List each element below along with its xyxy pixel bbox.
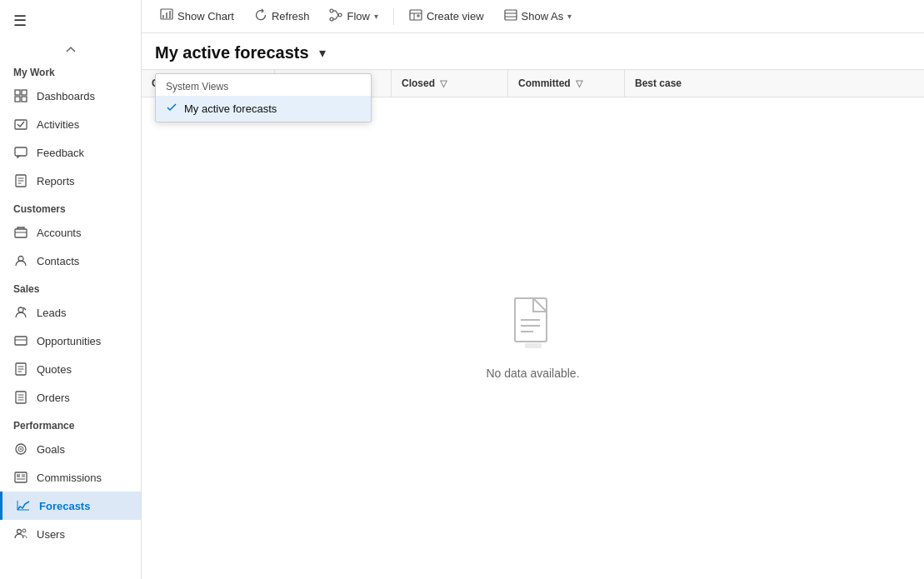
page-title: My active forecasts [155,43,309,62]
accounts-icon [13,225,28,240]
sidebar-activities-label: Activities [37,118,79,131]
toolbar-separator-1 [393,8,394,25]
svg-line-45 [336,11,338,15]
show-chart-button[interactable]: Show Chart [152,4,242,28]
col-header-committed[interactable]: Committed ▽ [508,70,625,97]
create-view-label: Create view [427,10,484,22]
sidebar-opportunities-label: Opportunities [37,335,101,347]
sidebar-item-goals[interactable]: Goals [0,435,141,463]
sidebar-item-accounts[interactable]: Accounts [0,218,141,247]
sidebar-item-activities[interactable]: Activities [0,110,141,138]
grid-icon [13,88,28,103]
dropdown-item-label: My active forecasts [184,102,277,115]
sidebar-leads-label: Leads [37,307,66,319]
svg-point-13 [18,307,23,312]
svg-rect-38 [162,15,164,18]
flow-button[interactable]: Flow ▾ [321,4,386,28]
col-header-closed[interactable]: Closed ▽ [392,70,508,97]
sidebar-dashboards-label: Dashboards [37,90,95,102]
sidebar-item-opportunities[interactable]: Opportunities [0,327,141,355]
svg-rect-2 [15,97,20,102]
feedback-icon [13,145,28,160]
orders-icon [13,390,28,405]
opportunities-icon [13,333,28,348]
content-header: My active forecasts ▾ [142,33,924,69]
sidebar-item-quotes[interactable]: Quotes [0,355,141,383]
sidebar-forecasts-label: Forecasts [39,500,90,512]
col-header-best-case[interactable]: Best case [625,70,924,97]
col-closed-label: Closed [402,77,435,89]
users-icon [13,527,28,542]
flow-label: Flow [347,10,369,22]
sidebar-item-reports[interactable]: Reports [0,167,141,195]
sidebar-feedback-label: Feedback [37,147,84,159]
sidebar-contacts-label: Contacts [37,255,79,267]
svg-rect-60 [525,343,542,348]
sidebar: ☰ My Work Dashboards Activities [0,0,142,579]
sidebar-accounts-label: Accounts [37,227,81,239]
refresh-button[interactable]: Refresh [246,4,318,28]
content-area: My active forecasts ▾ System Views My ac… [142,33,924,579]
section-performance: Performance [0,412,141,435]
create-view-button[interactable]: Create view [401,4,492,28]
sidebar-users-label: Users [37,528,65,541]
sidebar-item-dashboards[interactable]: Dashboards [0,82,141,110]
refresh-label: Refresh [272,10,310,22]
refresh-icon [254,8,267,24]
svg-rect-4 [15,120,27,129]
svg-rect-5 [15,147,27,156]
section-my-work: My Work [0,58,141,82]
svg-rect-29 [17,474,20,477]
sidebar-goals-label: Goals [37,443,65,456]
sidebar-item-feedback[interactable]: Feedback [0,138,141,167]
sidebar-reports-label: Reports [37,175,75,187]
sidebar-item-commissions[interactable]: Commissions [0,463,141,492]
sidebar-scroll-up[interactable] [0,42,141,58]
no-data-document-icon [508,297,558,355]
col-closed-filter-icon[interactable]: ▽ [440,78,447,89]
title-dropdown-button[interactable]: ▾ [316,43,329,62]
svg-rect-53 [505,10,517,20]
commissions-icon [13,470,28,485]
svg-rect-3 [22,97,27,102]
section-sales: Sales [0,275,141,298]
dropdown-section-label: System Views [156,74,371,96]
sidebar-item-contacts[interactable]: Contacts [0,247,141,275]
col-committed-label: Committed [518,77,571,89]
svg-point-36 [22,529,26,532]
col-bestcase-label: Best case [635,77,682,89]
svg-point-27 [20,448,22,450]
create-view-icon [409,8,422,24]
flow-chevron-icon: ▾ [374,12,378,21]
goals-icon [13,442,28,457]
sidebar-item-users[interactable]: Users [0,520,141,548]
dropdown-item-icon [166,102,177,116]
hamburger-icon[interactable]: ☰ [0,0,141,42]
svg-point-35 [17,530,22,534]
show-as-icon [504,8,517,24]
sidebar-item-leads[interactable]: Leads [0,298,141,327]
sidebar-quotes-label: Quotes [37,363,72,376]
show-as-button[interactable]: Show As ▾ [496,4,581,28]
svg-rect-0 [15,90,20,95]
forecasts-icon [16,498,31,513]
view-dropdown: System Views My active forecasts [155,73,372,122]
show-chart-label: Show Chart [177,10,234,22]
flow-icon [329,8,342,24]
svg-line-46 [336,15,338,19]
col-committed-filter-icon[interactable]: ▽ [576,78,582,89]
sidebar-item-orders[interactable]: Orders [0,383,141,412]
dropdown-item-my-active-forecasts[interactable]: My active forecasts [156,96,371,122]
svg-rect-40 [169,11,171,18]
sidebar-orders-label: Orders [37,392,70,404]
svg-point-42 [338,13,342,17]
no-data-text: No data available. [486,367,579,380]
svg-rect-39 [166,12,167,18]
show-as-label: Show As [522,10,564,22]
show-as-chevron-icon: ▾ [567,12,572,21]
contacts-icon [13,253,28,268]
no-data-area: No data available. [142,97,924,579]
sidebar-item-forecasts[interactable]: Forecasts [0,492,141,520]
section-customers: Customers [0,195,141,218]
reports-icon [13,173,28,188]
